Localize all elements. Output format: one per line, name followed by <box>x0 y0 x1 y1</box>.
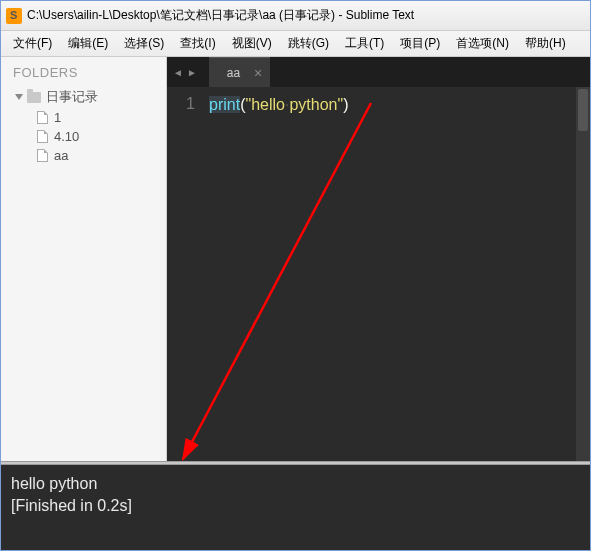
menu-bar: 文件(F) 编辑(E) 选择(S) 查找(I) 视图(V) 跳转(G) 工具(T… <box>1 31 590 57</box>
menu-view[interactable]: 视图(V) <box>224 32 280 55</box>
menu-find[interactable]: 查找(I) <box>172 32 223 55</box>
vertical-scrollbar[interactable] <box>576 87 590 461</box>
file-label: aa <box>54 148 68 163</box>
line-gutter: 1 <box>167 87 205 461</box>
tab-label: aa <box>227 66 240 80</box>
tab-nav: ◄ ► <box>167 67 203 78</box>
folder-root[interactable]: 日事记录 <box>9 86 158 108</box>
file-item-1[interactable]: 1 <box>9 108 158 127</box>
file-item-3[interactable]: aa <box>9 146 158 165</box>
menu-select[interactable]: 选择(S) <box>116 32 172 55</box>
file-label: 4.10 <box>54 129 79 144</box>
chevron-right-icon[interactable]: ► <box>187 67 197 78</box>
code-token-paren: ) <box>343 96 348 113</box>
editor-area: ◄ ► aa × 1 print("hello·python") <box>167 57 590 461</box>
file-icon <box>37 130 48 143</box>
chevron-down-icon <box>15 94 23 100</box>
file-icon <box>37 111 48 124</box>
code-area[interactable]: 1 print("hello·python") <box>167 87 590 461</box>
menu-edit[interactable]: 编辑(E) <box>60 32 116 55</box>
code-token-string: hello <box>251 96 285 113</box>
window-title-bar: C:\Users\ailin-L\Desktop\笔记文档\日事记录\aa (日… <box>1 1 590 31</box>
file-label: 1 <box>54 110 61 125</box>
folder-label: 日事记录 <box>46 88 98 106</box>
main-area: FOLDERS 日事记录 1 4.10 aa ◄ ► aa × <box>1 57 590 461</box>
scrollbar-thumb[interactable] <box>578 89 588 131</box>
menu-tools[interactable]: 工具(T) <box>337 32 392 55</box>
menu-goto[interactable]: 跳转(G) <box>280 32 337 55</box>
line-number: 1 <box>167 95 195 113</box>
chevron-left-icon[interactable]: ◄ <box>173 67 183 78</box>
folder-icon <box>27 92 41 103</box>
close-icon[interactable]: × <box>254 66 262 80</box>
file-item-2[interactable]: 4.10 <box>9 127 158 146</box>
console-line: hello python <box>11 473 580 495</box>
code-content[interactable]: print("hello·python") <box>205 87 590 461</box>
sidebar: FOLDERS 日事记录 1 4.10 aa <box>1 57 167 461</box>
tab-bar: ◄ ► aa × <box>167 57 590 87</box>
menu-prefs[interactable]: 首选项(N) <box>448 32 517 55</box>
menu-project[interactable]: 项目(P) <box>392 32 448 55</box>
code-token-string: python <box>289 96 337 113</box>
window-title: C:\Users\ailin-L\Desktop\笔记文档\日事记录\aa (日… <box>27 7 414 24</box>
tab-aa[interactable]: aa × <box>209 57 270 87</box>
build-output-panel[interactable]: hello python [Finished in 0.2s] <box>1 465 590 550</box>
menu-file[interactable]: 文件(F) <box>5 32 60 55</box>
file-icon <box>37 149 48 162</box>
console-line: [Finished in 0.2s] <box>11 495 580 517</box>
menu-help[interactable]: 帮助(H) <box>517 32 574 55</box>
app-icon <box>6 8 22 24</box>
sidebar-header: FOLDERS <box>9 65 158 80</box>
code-token-func: print <box>209 96 240 113</box>
